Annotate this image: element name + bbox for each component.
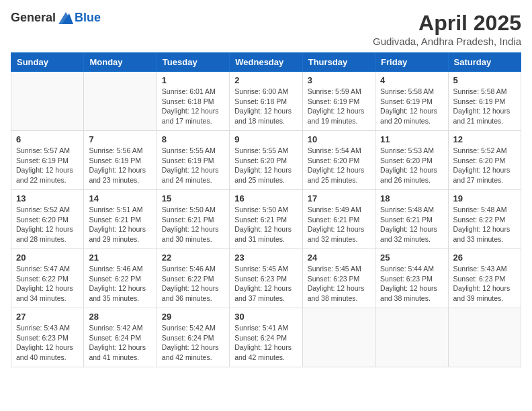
day-info: Sunrise: 5:43 AMSunset: 6:23 PMDaylight:…: [453, 264, 516, 304]
day-number: 5: [453, 75, 516, 85]
day-number: 4: [380, 75, 443, 85]
day-info: Sunrise: 5:57 AMSunset: 6:19 PMDaylight:…: [16, 146, 79, 185]
calendar-header-monday: Monday: [84, 53, 157, 72]
day-info: Sunrise: 5:42 AMSunset: 6:24 PMDaylight:…: [89, 323, 151, 363]
logo: General Blue: [11, 11, 101, 25]
calendar-cell: 1Sunrise: 6:01 AMSunset: 6:18 PMDaylight…: [157, 72, 229, 131]
day-number: 13: [16, 193, 79, 203]
day-number: 9: [234, 134, 297, 144]
calendar-cell: 19Sunrise: 5:48 AMSunset: 6:22 PMDayligh…: [448, 190, 521, 249]
calendar-cell: 30Sunrise: 5:41 AMSunset: 6:24 PMDayligh…: [230, 308, 302, 367]
calendar-header-friday: Friday: [375, 53, 448, 72]
day-number: 18: [380, 193, 443, 203]
day-number: 11: [380, 134, 443, 144]
calendar-cell: 12Sunrise: 5:52 AMSunset: 6:20 PMDayligh…: [448, 131, 521, 190]
calendar-cell: 15Sunrise: 5:50 AMSunset: 6:21 PMDayligh…: [157, 190, 229, 249]
day-info: Sunrise: 5:51 AMSunset: 6:21 PMDaylight:…: [89, 205, 151, 244]
calendar-cell: 6Sunrise: 5:57 AMSunset: 6:19 PMDaylight…: [11, 131, 84, 190]
day-number: 7: [89, 134, 151, 144]
day-number: 26: [453, 253, 516, 263]
calendar-cell: 23Sunrise: 5:45 AMSunset: 6:23 PMDayligh…: [230, 249, 302, 308]
day-number: 8: [162, 134, 224, 144]
calendar-cell: 29Sunrise: 5:42 AMSunset: 6:24 PMDayligh…: [157, 308, 229, 367]
day-info: Sunrise: 5:46 AMSunset: 6:22 PMDaylight:…: [89, 264, 151, 304]
day-number: 2: [234, 75, 297, 85]
day-info: Sunrise: 5:43 AMSunset: 6:23 PMDaylight:…: [16, 323, 79, 363]
day-number: 19: [453, 193, 516, 203]
subtitle: Gudivada, Andhra Pradesh, India: [373, 36, 521, 47]
day-number: 24: [308, 253, 370, 263]
day-info: Sunrise: 6:00 AMSunset: 6:18 PMDaylight:…: [234, 87, 297, 126]
calendar-cell: 26Sunrise: 5:43 AMSunset: 6:23 PMDayligh…: [448, 249, 521, 308]
day-info: Sunrise: 5:48 AMSunset: 6:21 PMDaylight:…: [380, 205, 443, 244]
day-number: 16: [234, 193, 297, 203]
day-info: Sunrise: 6:01 AMSunset: 6:18 PMDaylight:…: [162, 87, 224, 126]
day-info: Sunrise: 5:54 AMSunset: 6:20 PMDaylight:…: [308, 146, 370, 185]
day-info: Sunrise: 5:50 AMSunset: 6:21 PMDaylight:…: [234, 205, 297, 244]
calendar-cell: [302, 308, 375, 367]
day-number: 28: [89, 312, 151, 322]
calendar-cell: 16Sunrise: 5:50 AMSunset: 6:21 PMDayligh…: [230, 190, 302, 249]
week-row-3: 13Sunrise: 5:52 AMSunset: 6:20 PMDayligh…: [11, 190, 521, 249]
day-number: 12: [453, 134, 516, 144]
title-block: April 2025 Gudivada, Andhra Pradesh, Ind…: [373, 11, 521, 47]
day-info: Sunrise: 5:50 AMSunset: 6:21 PMDaylight:…: [162, 205, 224, 244]
calendar-header-thursday: Thursday: [302, 53, 375, 72]
day-number: 20: [16, 253, 79, 263]
calendar-cell: [11, 72, 84, 131]
calendar-cell: 14Sunrise: 5:51 AMSunset: 6:21 PMDayligh…: [84, 190, 157, 249]
day-number: 14: [89, 193, 151, 203]
day-info: Sunrise: 5:42 AMSunset: 6:24 PMDaylight:…: [162, 323, 224, 363]
day-info: Sunrise: 5:48 AMSunset: 6:22 PMDaylight:…: [453, 205, 516, 244]
day-info: Sunrise: 5:41 AMSunset: 6:24 PMDaylight:…: [234, 323, 297, 363]
calendar-cell: 22Sunrise: 5:46 AMSunset: 6:22 PMDayligh…: [157, 249, 229, 308]
calendar-header-sunday: Sunday: [11, 53, 84, 72]
calendar-header-wednesday: Wednesday: [230, 53, 302, 72]
calendar-cell: 24Sunrise: 5:45 AMSunset: 6:23 PMDayligh…: [302, 249, 375, 308]
calendar-cell: [448, 308, 521, 367]
day-info: Sunrise: 5:59 AMSunset: 6:19 PMDaylight:…: [308, 87, 370, 126]
day-info: Sunrise: 5:55 AMSunset: 6:19 PMDaylight:…: [162, 146, 224, 185]
day-number: 29: [162, 312, 224, 322]
calendar-cell: 9Sunrise: 5:55 AMSunset: 6:20 PMDaylight…: [230, 131, 302, 190]
week-row-5: 27Sunrise: 5:43 AMSunset: 6:23 PMDayligh…: [11, 308, 521, 367]
calendar-cell: [84, 72, 157, 131]
calendar-cell: 10Sunrise: 5:54 AMSunset: 6:20 PMDayligh…: [302, 131, 375, 190]
logo-icon: [58, 12, 73, 24]
day-number: 23: [234, 253, 297, 263]
calendar-header-tuesday: Tuesday: [157, 53, 229, 72]
calendar-cell: [375, 308, 448, 367]
day-number: 27: [16, 312, 79, 322]
day-info: Sunrise: 5:52 AMSunset: 6:20 PMDaylight:…: [453, 146, 516, 185]
calendar-cell: 28Sunrise: 5:42 AMSunset: 6:24 PMDayligh…: [84, 308, 157, 367]
calendar-cell: 27Sunrise: 5:43 AMSunset: 6:23 PMDayligh…: [11, 308, 84, 367]
day-info: Sunrise: 5:44 AMSunset: 6:23 PMDaylight:…: [380, 264, 443, 304]
day-info: Sunrise: 5:58 AMSunset: 6:19 PMDaylight:…: [380, 87, 443, 126]
day-number: 22: [162, 253, 224, 263]
week-row-4: 20Sunrise: 5:47 AMSunset: 6:22 PMDayligh…: [11, 249, 521, 308]
week-row-2: 6Sunrise: 5:57 AMSunset: 6:19 PMDaylight…: [11, 131, 521, 190]
calendar-cell: 5Sunrise: 5:58 AMSunset: 6:19 PMDaylight…: [448, 72, 521, 131]
day-info: Sunrise: 5:47 AMSunset: 6:22 PMDaylight:…: [16, 264, 79, 304]
day-number: 10: [308, 134, 370, 144]
calendar-header-row: SundayMondayTuesdayWednesdayThursdayFrid…: [11, 53, 521, 72]
day-number: 21: [89, 253, 151, 263]
main-title: April 2025: [373, 11, 521, 36]
logo-blue-text: Blue: [75, 11, 101, 25]
day-number: 1: [162, 75, 224, 85]
day-info: Sunrise: 5:56 AMSunset: 6:19 PMDaylight:…: [89, 146, 151, 185]
header: General Blue April 2025 Gudivada, Andhra…: [11, 11, 521, 47]
calendar-cell: 11Sunrise: 5:53 AMSunset: 6:20 PMDayligh…: [375, 131, 448, 190]
day-info: Sunrise: 5:58 AMSunset: 6:19 PMDaylight:…: [453, 87, 516, 126]
day-info: Sunrise: 5:45 AMSunset: 6:23 PMDaylight:…: [308, 264, 370, 304]
calendar-cell: 17Sunrise: 5:49 AMSunset: 6:21 PMDayligh…: [302, 190, 375, 249]
calendar-table: SundayMondayTuesdayWednesdayThursdayFrid…: [11, 52, 521, 367]
day-info: Sunrise: 5:55 AMSunset: 6:20 PMDaylight:…: [234, 146, 297, 185]
day-number: 15: [162, 193, 224, 203]
calendar-cell: 20Sunrise: 5:47 AMSunset: 6:22 PMDayligh…: [11, 249, 84, 308]
day-number: 17: [308, 193, 370, 203]
day-number: 6: [16, 134, 79, 144]
calendar-cell: 25Sunrise: 5:44 AMSunset: 6:23 PMDayligh…: [375, 249, 448, 308]
calendar-cell: 7Sunrise: 5:56 AMSunset: 6:19 PMDaylight…: [84, 131, 157, 190]
day-info: Sunrise: 5:45 AMSunset: 6:23 PMDaylight:…: [234, 264, 297, 304]
